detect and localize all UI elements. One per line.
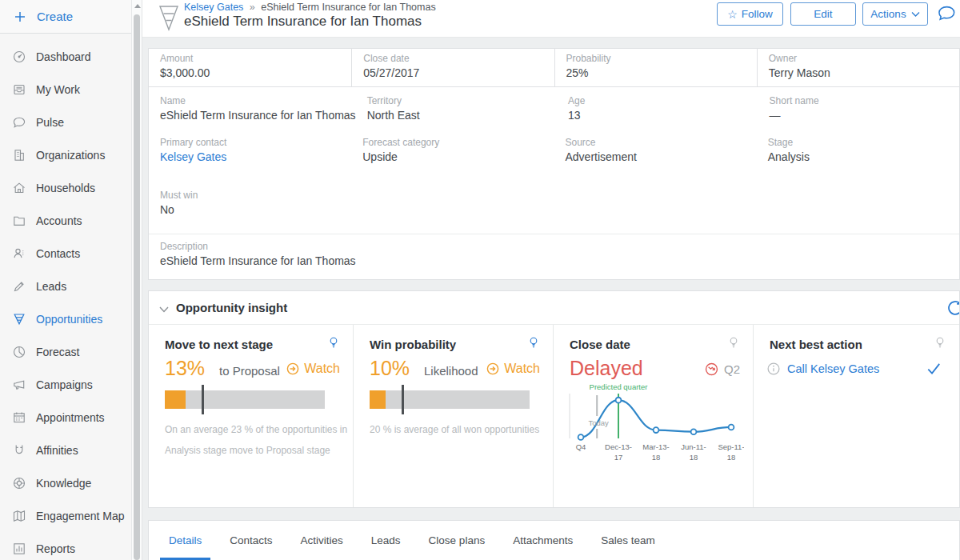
inbox-icon — [12, 82, 26, 97]
pencil-icon — [12, 279, 26, 294]
tab-activities[interactable]: Activities — [292, 525, 352, 560]
field-owner: Owner Terry Mason — [757, 49, 959, 86]
sidebar-item-engagement-map[interactable]: Engagement Map — [0, 499, 142, 532]
building-icon — [12, 148, 26, 162]
page-title: eShield Term Insurance for Ian Thomas — [184, 14, 422, 30]
svg-text:17: 17 — [614, 453, 623, 462]
bar-chart-icon — [12, 542, 26, 556]
svg-text:Mar-13-: Mar-13- — [642, 442, 669, 451]
person-icon — [12, 246, 26, 261]
lightbulb-icon — [934, 336, 946, 353]
trend-down-icon — [704, 362, 719, 377]
field-amount: Amount $3,000.00 — [149, 49, 351, 86]
field-row: Name eShield Term Insurance for Ian Thom… — [149, 95, 959, 122]
sidebar-item-households[interactable]: Households — [0, 171, 142, 204]
tab-sales-team[interactable]: Sales team — [592, 525, 664, 560]
sidebar-item-pulse[interactable]: Pulse — [0, 106, 142, 138]
create-label: Create — [37, 10, 73, 23]
svg-text:18: 18 — [727, 453, 736, 462]
insight-cards: Move to next stage 13% to Proposal Watch… — [149, 325, 959, 507]
lightbulb-icon — [527, 336, 540, 353]
edit-button[interactable]: Edit — [790, 2, 856, 26]
sidebar-item-forecast[interactable]: Forecast — [0, 335, 142, 368]
summary-row: Amount $3,000.00 Close date 05/27/2017 P… — [149, 49, 959, 87]
tab-details[interactable]: Details — [160, 525, 210, 560]
insight-card-next-best-action: Next best action Call Kelsey Gates — [753, 325, 959, 507]
refresh-icon[interactable] — [946, 298, 960, 321]
svg-text:Dec-13-: Dec-13- — [605, 442, 632, 451]
sidebar-item-campaigns[interactable]: Campaigns — [0, 368, 142, 401]
call-contact-link[interactable]: Call Kelsey Gates — [787, 362, 879, 375]
svg-text:Today: Today — [589, 418, 610, 427]
watch-button[interactable]: Watch — [286, 362, 340, 376]
scroll-up-arrow-icon[interactable] — [134, 4, 141, 8]
average-marker — [402, 385, 404, 414]
lightbulb-icon — [327, 336, 340, 353]
tab-attachments[interactable]: Attachments — [504, 525, 582, 560]
lightbulb-icon — [727, 336, 740, 353]
star-icon: ☆ — [727, 8, 738, 21]
watch-icon — [486, 362, 500, 376]
sidebar-item-opportunities[interactable]: Opportunities — [0, 302, 142, 335]
plus-icon — [13, 10, 27, 24]
sidebar-item-affinities[interactable]: Affinities — [0, 434, 142, 466]
tab-contacts[interactable]: Contacts — [221, 525, 281, 560]
sidebar-nav-list: Dashboard My Work Pulse Organizations Ho… — [0, 34, 142, 560]
sidebar-item-my-work[interactable]: My Work — [0, 73, 142, 106]
field-description: Description eShield Term Insurance for I… — [160, 241, 356, 267]
sidebar-item-organizations[interactable]: Organizations — [0, 138, 142, 171]
info-icon — [766, 362, 781, 376]
magnet-icon — [12, 443, 26, 458]
progress-fill — [165, 390, 186, 409]
breadcrumb-parent-link[interactable]: Kelsey Gates — [184, 2, 243, 13]
follow-button[interactable]: ☆ Follow — [717, 2, 783, 26]
field-row: Must win No — [149, 190, 959, 216]
field-primary-contact: Primary contact Kelsey Gates — [149, 137, 351, 163]
page-header: Kelsey Gates » eShield Term Insurance fo… — [142, 0, 960, 38]
insight-section-title: Opportunity insight — [176, 301, 287, 314]
sidebar-item-contacts[interactable]: Contacts — [0, 237, 142, 270]
breadcrumb: Kelsey Gates » eShield Term Insurance fo… — [184, 2, 436, 13]
collapse-chevron-icon[interactable] — [158, 303, 170, 318]
close-date-chart: Predicted quarter Today Q4Dec-13- 17Mar-… — [562, 382, 744, 467]
chevron-down-icon — [911, 8, 920, 20]
field-close-date: Close date 05/27/2017 — [351, 49, 554, 86]
field-forecast-category: Forecast category Upside — [351, 137, 554, 163]
chat-bubble-icon[interactable] — [936, 4, 958, 29]
actions-button[interactable]: Actions — [862, 2, 928, 26]
svg-text:Sep-11-: Sep-11- — [718, 442, 744, 451]
primary-contact-link[interactable]: Kelsey Gates — [160, 150, 351, 163]
svg-text:18: 18 — [652, 453, 661, 462]
sidebar-item-reports[interactable]: Reports — [0, 532, 142, 560]
sidebar-item-knowledge[interactable]: Knowledge — [0, 466, 142, 499]
opportunity-funnel-icon — [155, 3, 182, 37]
field-short-name: Short name — — [758, 95, 959, 122]
house-icon — [12, 181, 26, 195]
insight-card-close-date: Close date Delayed Q2 Predicted quarter … — [553, 325, 753, 507]
sidebar-item-accounts[interactable]: Accounts — [0, 204, 142, 237]
record-tab-bar: Details Contacts Activities Leads Close … — [148, 520, 960, 560]
close-date-status: Delayed — [570, 357, 643, 380]
sidebar-item-appointments[interactable]: Appointments — [0, 401, 142, 434]
scrollbar-thumb[interactable] — [134, 14, 140, 560]
complete-check-icon[interactable] — [926, 362, 942, 379]
breadcrumb-separator: » — [250, 2, 255, 13]
stage-move-percent: 13% — [165, 357, 205, 380]
create-button[interactable]: Create — [0, 0, 142, 34]
pie-icon — [12, 345, 26, 359]
lifebuoy-icon — [12, 476, 26, 490]
insight-card-win-probability: Win probability 10% Likelihood Watch 20 … — [353, 325, 553, 507]
stage-progress-bar — [165, 390, 325, 409]
folder-icon — [12, 214, 26, 228]
sidebar-scrollbar[interactable] — [131, 0, 142, 560]
insight-header: Opportunity insight — [149, 291, 959, 325]
tab-leads[interactable]: Leads — [362, 525, 410, 560]
tab-close-plans[interactable]: Close plans — [420, 525, 494, 560]
sidebar-item-leads[interactable]: Leads — [0, 270, 142, 302]
app-root: Create Dashboard My Work Pulse Organizat… — [0, 0, 960, 560]
field-row: Primary contact Kelsey Gates Forecast ca… — [149, 137, 959, 163]
sidebar-item-dashboard[interactable]: Dashboard — [0, 40, 142, 73]
opportunity-insight-section: Opportunity insight Move to next stage 1… — [148, 290, 960, 508]
watch-button[interactable]: Watch — [486, 362, 540, 376]
dashboard-icon — [12, 50, 26, 64]
